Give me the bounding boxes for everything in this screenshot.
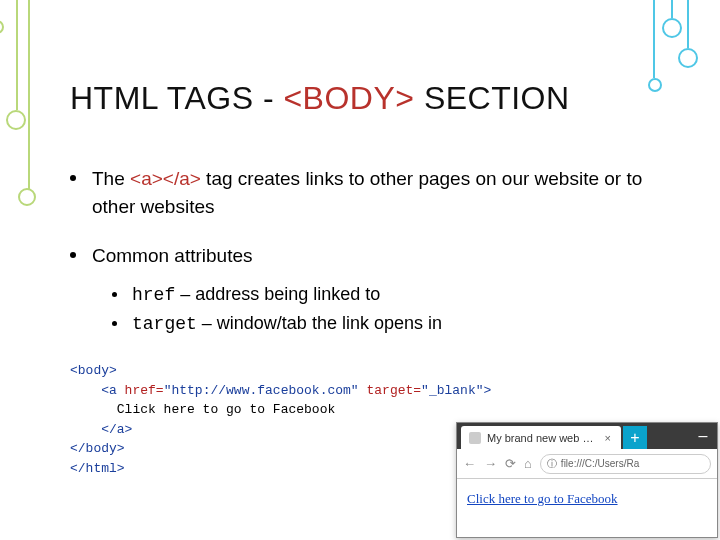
code-seg: <a <box>70 383 125 398</box>
decor-circle <box>662 18 682 38</box>
code-line: </a> <box>70 422 132 437</box>
code-seg: "_blank" <box>421 383 483 398</box>
decor-circle <box>18 188 36 206</box>
address-bar[interactable]: ⓘ file:///C:/Users/Ra <box>540 454 711 474</box>
title-suffix: SECTION <box>414 80 569 116</box>
decor-circle <box>678 48 698 68</box>
title-prefix: HTML TAGS - <box>70 80 283 116</box>
slide-content: HTML TAGS - <BODY> SECTION The <a></a> t… <box>70 80 670 478</box>
decor-line <box>28 0 30 190</box>
bullet-text-pre: The <box>92 168 130 189</box>
code-seg: > <box>484 383 492 398</box>
minimize-button[interactable]: – <box>689 423 717 449</box>
sub-bullet-item: href – address being linked to <box>92 280 670 310</box>
decor-line <box>653 0 655 78</box>
info-icon: ⓘ <box>547 457 557 471</box>
code-line: <body> <box>70 363 117 378</box>
code-line: </body> <box>70 441 125 456</box>
browser-viewport: Click here to go to Facebook <box>457 479 717 519</box>
browser-window: My brand new web page × + – ← → ⟳ ⌂ ⓘ fi… <box>456 422 718 538</box>
tab-title: My brand new web page <box>487 432 597 444</box>
url-text: file:///C:/Users/Ra <box>561 458 639 469</box>
bullet-item: The <a></a> tag creates links to other p… <box>70 165 670 220</box>
bullet-label: Common attributes <box>92 245 253 266</box>
close-tab-icon[interactable]: × <box>603 432 613 444</box>
reload-button[interactable]: ⟳ <box>505 456 516 471</box>
decor-line <box>687 0 689 48</box>
attr-desc: – address being linked to <box>175 284 380 304</box>
facebook-link[interactable]: Click here to go to Facebook <box>467 491 618 506</box>
decor-line <box>16 0 18 110</box>
code-seg: target= <box>366 383 421 398</box>
tabstrip-spacer <box>647 423 689 449</box>
back-button[interactable]: ← <box>463 456 476 471</box>
new-tab-button[interactable]: + <box>623 426 647 449</box>
browser-tab[interactable]: My brand new web page × <box>461 426 621 449</box>
code-line: Click here to go to Facebook <box>70 402 335 417</box>
decor-circle <box>6 110 26 130</box>
forward-button[interactable]: → <box>484 456 497 471</box>
page-icon <box>469 432 481 444</box>
code-seg: "http://www.facebook.com" <box>164 383 359 398</box>
bullet-list: The <a></a> tag creates links to other p… <box>70 165 670 339</box>
title-highlight: <BODY> <box>283 80 414 116</box>
code-line: </html> <box>70 461 125 476</box>
attr-desc: – window/tab the link opens in <box>197 313 442 333</box>
bullet-item: Common attributes href – address being l… <box>70 242 670 339</box>
bullet-tag: <a></a> <box>130 168 201 189</box>
attr-name: target <box>132 314 197 334</box>
sub-bullet-item: target – window/tab the link opens in <box>92 309 670 339</box>
decor-line <box>671 0 673 18</box>
home-button[interactable]: ⌂ <box>524 456 532 471</box>
minimize-icon: – <box>699 427 708 445</box>
browser-toolbar: ← → ⟳ ⌂ ⓘ file:///C:/Users/Ra <box>457 449 717 479</box>
decor-circle <box>0 20 4 34</box>
slide-title: HTML TAGS - <BODY> SECTION <box>70 80 670 117</box>
sub-bullet-list: href – address being linked to target – … <box>92 280 670 340</box>
code-seg: href= <box>125 383 164 398</box>
attr-name: href <box>132 285 175 305</box>
plus-icon: + <box>630 429 639 447</box>
browser-tabstrip: My brand new web page × + – <box>457 423 717 449</box>
